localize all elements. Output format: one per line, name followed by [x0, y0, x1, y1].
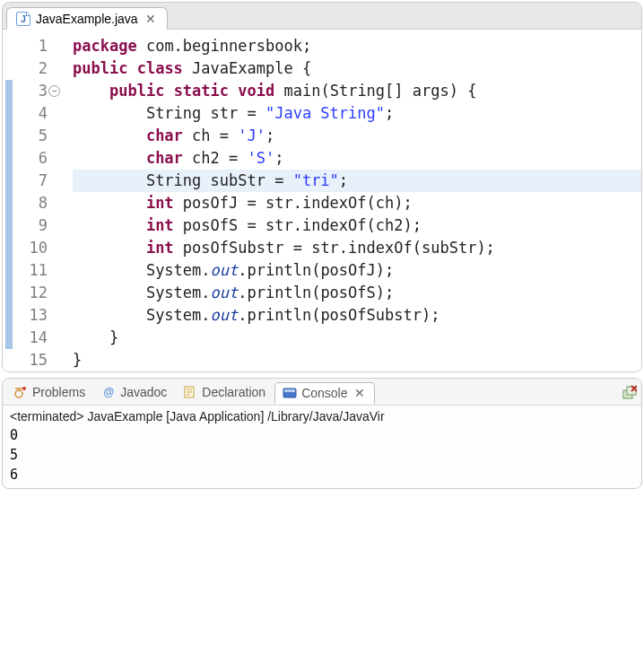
problems-icon — [13, 385, 28, 399]
line-number: 3− — [15, 80, 48, 102]
code-lines[interactable]: package com.beginnersbook;public class J… — [69, 30, 641, 371]
console-line: 5 — [10, 445, 634, 465]
bottom-panel: Problems @ Javadoc Declaration Console ✕… — [2, 378, 642, 489]
code-line[interactable]: int posOfSubstr = str.indexOf(subStr); — [73, 237, 641, 259]
tab-label: Console — [301, 386, 347, 400]
line-number: 10 — [15, 237, 48, 259]
line-number: 6 — [15, 147, 48, 170]
console-line: 6 — [10, 465, 634, 485]
javadoc-icon: @ — [101, 385, 116, 399]
svg-rect-4 — [284, 389, 295, 392]
editor-panel: J JavaExample.java ✕ 123−456789101112131… — [2, 2, 642, 372]
tab-javadoc[interactable]: @ Javadoc — [94, 382, 174, 402]
line-number: 2 — [15, 57, 48, 80]
console-output[interactable]: <terminated> JavaExample [Java Applicati… — [3, 406, 641, 488]
close-view-icon[interactable]: ✕ — [352, 386, 367, 400]
bottom-tab-bar: Problems @ Javadoc Declaration Console ✕ — [3, 379, 641, 406]
ruler-mark — [5, 192, 13, 214]
code-line[interactable]: public static void main(String[] args) { — [73, 80, 641, 102]
editor-tab-label: JavaExample.java — [36, 12, 138, 26]
ruler-mark — [5, 259, 13, 282]
line-number: 11 — [15, 259, 48, 282]
svg-point-1 — [22, 387, 26, 390]
line-number: 1 — [15, 35, 48, 57]
code-editor[interactable]: 123−456789101112131415 package com.begin… — [3, 30, 641, 371]
line-number: 4 — [15, 102, 48, 125]
line-number: 14 — [15, 327, 48, 349]
editor-tab[interactable]: J JavaExample.java ✕ — [6, 7, 168, 30]
declaration-icon — [183, 385, 197, 399]
code-line[interactable]: System.out.println(posOfS); — [73, 282, 641, 304]
line-number: 12 — [15, 282, 48, 304]
code-line[interactable]: char ch = 'J'; — [73, 125, 641, 147]
editor-tab-bar: J JavaExample.java ✕ — [3, 3, 641, 30]
tab-label: Problems — [32, 385, 85, 399]
code-line[interactable]: int posOfS = str.indexOf(ch2); — [73, 214, 641, 237]
ruler-mark — [5, 80, 13, 102]
line-number: 9 — [15, 214, 48, 237]
ruler-mark — [5, 170, 13, 192]
code-line[interactable]: System.out.println(posOfJ); — [73, 259, 641, 282]
java-file-icon: J — [16, 12, 30, 26]
code-line[interactable]: public class JavaExample { — [73, 57, 641, 80]
line-number: 13 — [15, 304, 48, 327]
remove-launch-icon[interactable] — [622, 385, 638, 399]
code-line[interactable]: } — [73, 349, 641, 371]
code-line[interactable]: String subStr = "tri"; — [73, 170, 641, 192]
code-line[interactable]: char ch2 = 'S'; — [73, 147, 641, 170]
ruler-mark — [5, 304, 13, 327]
tab-console[interactable]: Console ✕ — [274, 382, 374, 404]
tab-label: Javadoc — [120, 385, 167, 399]
fold-toggle-icon[interactable]: − — [48, 85, 60, 97]
code-line[interactable]: int posOfJ = str.indexOf(ch); — [73, 192, 641, 214]
tab-label: Declaration — [202, 385, 265, 399]
code-line[interactable]: package com.beginnersbook; — [73, 35, 641, 57]
console-line: 0 — [10, 425, 634, 445]
close-tab-icon[interactable]: ✕ — [144, 12, 158, 26]
code-line[interactable]: String str = "Java String"; — [73, 102, 641, 125]
svg-point-0 — [15, 390, 22, 397]
code-line[interactable]: } — [73, 327, 641, 349]
console-status: <terminated> JavaExample [Java Applicati… — [10, 409, 634, 424]
line-number: 7 — [15, 170, 48, 192]
tab-problems[interactable]: Problems — [6, 382, 92, 402]
console-icon — [283, 386, 297, 400]
overview-ruler — [3, 30, 15, 371]
fold-column — [53, 30, 69, 371]
tab-declaration[interactable]: Declaration — [176, 382, 273, 402]
ruler-mark — [5, 237, 13, 259]
line-number: 8 — [15, 192, 48, 214]
ruler-mark — [5, 214, 13, 237]
line-number: 15 — [15, 349, 48, 371]
ruler-mark — [5, 102, 13, 125]
line-number: 5 — [15, 125, 48, 147]
ruler-mark — [5, 147, 13, 170]
ruler-mark — [5, 327, 13, 349]
ruler-mark — [5, 125, 13, 147]
ruler-mark — [5, 282, 13, 304]
line-number-gutter: 123−456789101112131415 — [15, 30, 53, 371]
code-line[interactable]: System.out.println(posOfSubstr); — [73, 304, 641, 327]
